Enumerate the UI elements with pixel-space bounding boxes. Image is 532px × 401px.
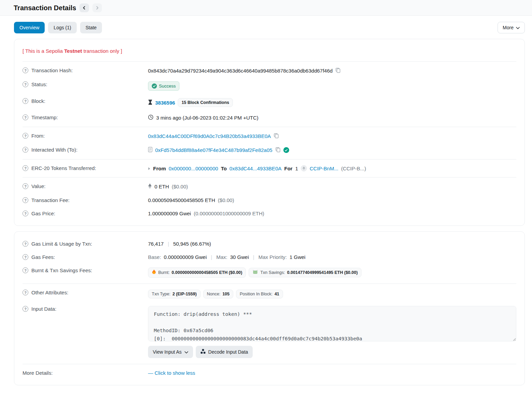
separator: | [166, 241, 171, 247]
help-icon [23, 147, 28, 153]
row-block: Block: 3836596 15 Block Confirmations [23, 94, 516, 111]
timestamp-value: 3 mins ago (Jul-06-2023 01:02:24 PM +UTC… [156, 115, 258, 121]
divider [23, 364, 516, 364]
blocks-icon [201, 349, 206, 355]
help-icon [23, 114, 28, 120]
help-icon [23, 241, 28, 247]
from-address-link[interactable]: 0x83dC44a4C00DFf69d0A0c7c94B20b53a4933BE… [148, 133, 271, 139]
base-fee-value: 0.000000009 Gwei [164, 254, 207, 260]
details-card: Gas Limit & Usage by Txn: 76,417 | 50,94… [14, 231, 525, 385]
input-data-actions: View Input As Decode Input Data [148, 346, 516, 358]
tab-logs[interactable]: Logs (1) [48, 22, 76, 33]
help-icon [23, 67, 28, 73]
erc20-token-symbol: (CCIP-B...) [341, 166, 366, 171]
money-wings-icon [252, 270, 258, 275]
nonce-value: 105 [222, 292, 230, 296]
row-label: Gas Limit & Usage by Txn: [31, 241, 92, 247]
row-interacted-with: Interacted With (To): 0xFd57b4ddBf88a4e0… [23, 143, 516, 157]
help-icon [23, 165, 28, 171]
copy-icon [275, 147, 281, 153]
row-label: Input Data: [31, 306, 56, 312]
divider [23, 283, 516, 284]
block-confirmations-badge: 15 Block Confirmations [178, 98, 233, 107]
burnt-badge: Burnt: 0.000000000000458505 ETH ($0.00) [148, 267, 246, 278]
erc20-from-word: From [153, 166, 166, 171]
chevron-right-icon [95, 6, 99, 10]
position-label: Position In Block: [240, 292, 272, 296]
row-label: Transaction Hash: [31, 67, 73, 73]
help-icon [23, 254, 28, 260]
value-usd: ($0.00) [172, 184, 188, 189]
separator: | [209, 254, 213, 260]
gas-used-value: 50,945 (66.67%) [173, 241, 211, 247]
more-dropdown-button[interactable]: More [498, 22, 525, 33]
tab-overview[interactable]: Overview [14, 22, 45, 33]
copy-to-address-button[interactable] [275, 147, 281, 153]
help-icon [23, 197, 28, 203]
more-label: More [503, 25, 514, 30]
row-label: Block: [31, 98, 45, 104]
row-label: Transaction Fee: [31, 197, 70, 203]
row-value: Value: 0 ETH ($0.00) [23, 180, 516, 194]
page-header: Transaction Details [0, 0, 532, 16]
chevron-down-icon [516, 25, 520, 30]
row-label: Burnt & Txn Savings Fees: [31, 267, 92, 273]
max-fee-value: 30 Gwei [230, 254, 249, 260]
erc20-token-link[interactable]: CCIP-BnM... [310, 166, 338, 171]
gas-price-eth: (0.000000001000000009 ETH) [194, 211, 264, 216]
next-transaction-button[interactable] [92, 3, 102, 12]
hourglass-icon [148, 99, 152, 106]
row-label: Interacted With (To): [31, 147, 77, 153]
divider [23, 61, 516, 62]
view-input-as-button[interactable]: View Input As [148, 346, 193, 358]
help-icon [23, 290, 28, 295]
help-icon [23, 133, 28, 139]
tab-state[interactable]: State [80, 22, 102, 33]
erc20-from-link[interactable]: 0x000000...00000000 [169, 166, 218, 171]
row-transaction-hash: Transaction Hash: 0x843dc70a4a29d79234c4… [23, 64, 516, 78]
row-label: Gas Fees: [31, 254, 55, 260]
divider [23, 127, 516, 127]
page-title: Transaction Details [14, 4, 76, 12]
divider [23, 177, 516, 178]
erc20-to-link[interactable]: 0x83dC44...4933BE0A [230, 166, 282, 171]
txn-type-value: 2 (EIP-1559) [173, 292, 197, 296]
gas-limit-value: 76,417 [148, 241, 164, 247]
copy-hash-button[interactable] [335, 67, 341, 74]
copy-icon [274, 133, 279, 139]
decode-button-label: Decode Input Data [208, 349, 248, 355]
value-amount: 0 ETH [154, 184, 169, 189]
row-label: ERC-20 Tokens Transferred: [31, 165, 96, 171]
show-less-link[interactable]: — Click to show less [148, 370, 195, 376]
row-transaction-fee: Transaction Fee: 0.000050945000458505 ET… [23, 194, 516, 207]
notice-suffix: transaction only ] [82, 48, 122, 54]
txn-type-badge: Txn Type: 2 (EIP-1559) [148, 290, 201, 298]
clock-icon [148, 114, 153, 121]
eth-icon [148, 183, 152, 190]
row-input-data: Input Data: Function: drip(address token… [23, 302, 516, 362]
notice-bold: Testnet [64, 48, 82, 54]
view-input-as-label: View Input As [153, 349, 182, 355]
txn-savings-badge: Txn Savings: 0.001477404999541495 ETH ($… [249, 268, 361, 277]
tab-list: Overview Logs (1) State [14, 22, 102, 33]
copy-icon [335, 67, 341, 74]
max-fee-label: Max: [216, 254, 227, 260]
decode-input-data-button[interactable]: Decode Input Data [196, 346, 253, 358]
row-label: Status: [31, 81, 47, 87]
prev-transaction-button[interactable] [79, 3, 89, 12]
help-icon [23, 98, 28, 104]
overview-card: [ This is a Sepolia Testnet transaction … [14, 39, 525, 226]
chevron-down-icon [184, 349, 188, 355]
txn-savings-label: Txn Savings: [260, 270, 285, 275]
fee-usd: ($0.00) [218, 197, 234, 203]
row-label: From: [31, 133, 45, 139]
max-priority-label: Max Priority: [258, 254, 287, 260]
nonce-badge: Nonce: 105 [203, 290, 233, 298]
block-number-link[interactable]: 3836596 [155, 100, 175, 106]
to-address-link[interactable]: 0xFd57b4ddBf88a4e07fF4e34C487b99af2Fe82a… [155, 147, 272, 153]
copy-from-address-button[interactable] [274, 133, 279, 139]
divider [23, 159, 516, 159]
help-icon [23, 306, 28, 312]
contract-icon [148, 147, 152, 153]
input-data-textarea[interactable]: Function: drip(address token) *** Method… [148, 306, 516, 341]
